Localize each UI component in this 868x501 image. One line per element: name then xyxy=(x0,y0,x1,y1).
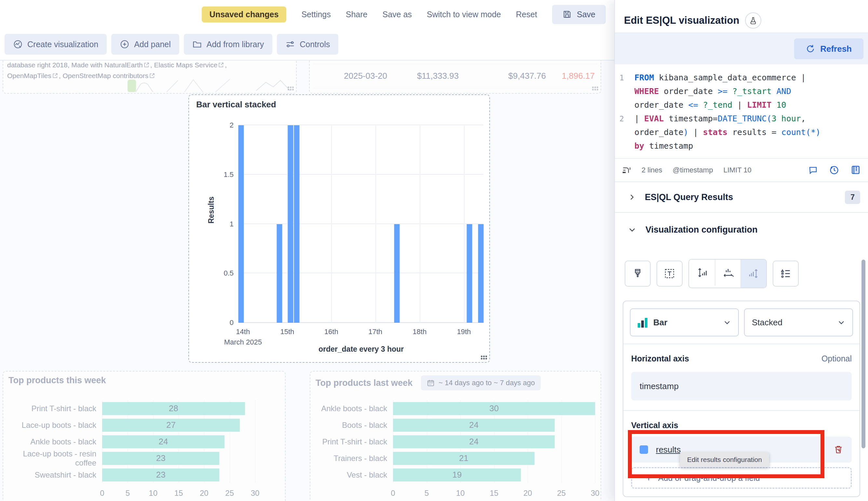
esql-query-results-accordion[interactable]: ES|QL Query Results 7 xyxy=(615,182,868,212)
results-field-link[interactable]: results xyxy=(656,445,681,455)
x-tick-label: 15th xyxy=(280,327,294,337)
bar xyxy=(467,224,472,323)
refresh-button[interactable]: Refresh xyxy=(794,39,864,59)
table-panel: 2025-03-20$11,333.93$9,437.761,896.17 xyxy=(309,61,601,94)
gridline xyxy=(331,125,332,323)
add-panel-button[interactable]: Add panel xyxy=(111,34,179,55)
panel-resize-handle[interactable] xyxy=(287,86,294,91)
x-tick-label: 30 xyxy=(251,489,260,498)
code-line: 1FROM kibana_sample_data_ecommerce | xyxy=(620,71,860,85)
bar: 21 xyxy=(393,452,535,465)
external-link-icon xyxy=(52,71,58,81)
time-range-badge[interactable]: ~ 14 days ago to ~ 7 days ago xyxy=(421,375,541,391)
panel-resize-handle[interactable] xyxy=(481,355,487,360)
x-tick-label: 5 xyxy=(425,489,429,498)
plus-icon xyxy=(644,474,653,482)
horizontal-axis-field[interactable]: timestamp xyxy=(631,372,852,401)
code-line: WHERE order_date >= ?_tstart AND xyxy=(620,85,860,98)
bar-chart-icon xyxy=(637,317,647,328)
code-line: order_date <= ?_tend | LIMIT 10 xyxy=(620,98,860,112)
y-tick-label: 1 xyxy=(230,220,234,228)
chevron-down-icon xyxy=(837,319,845,326)
bar-row: Ankle boots - black30 xyxy=(310,400,595,417)
appearance-brush-button[interactable] xyxy=(625,260,651,287)
table-divider xyxy=(313,88,597,88)
bar-row: Trainers - black21 xyxy=(310,450,595,467)
table-row: 2025-03-20$11,333.93$9,437.761,896.17 xyxy=(335,71,595,81)
edit-toolbar: Create visualization Add panel Add from … xyxy=(0,29,614,61)
category-label: Boots - black xyxy=(310,420,393,430)
save-button[interactable]: Save xyxy=(552,5,606,24)
bar-chart-plot: 00.511.5214thMarch 202515th16th17th18th1… xyxy=(239,125,483,323)
results-count-badge: 7 xyxy=(845,191,860,204)
bar xyxy=(288,125,293,323)
limit-label: LIMIT 10 xyxy=(723,166,751,174)
add-field-button[interactable]: Add or drag-and-drop a field xyxy=(631,467,852,489)
edit-esql-flyout: Edit ES|QL visualization Refresh 1FROM k… xyxy=(614,0,868,501)
top-menu-item[interactable]: Share xyxy=(346,10,368,19)
right-axis-button-selected[interactable] xyxy=(740,259,766,288)
query-history-icon[interactable] xyxy=(829,165,839,175)
x-tick-label: 14thMarch 2025 xyxy=(224,327,262,348)
value-label: 23 xyxy=(156,453,165,463)
create-visualization-button[interactable]: Create visualization xyxy=(4,34,107,55)
viz-config-card: Bar Stacked Horizontal axis Optional xyxy=(623,301,860,497)
y-tick-label: 0.5 xyxy=(224,269,234,277)
table-cell: $9,437.76 xyxy=(459,71,546,81)
bar-rows: Ankle boots - black30Boots - black24Prin… xyxy=(310,400,595,483)
legend-button[interactable] xyxy=(773,260,799,287)
chart-type-select[interactable]: Bar xyxy=(630,308,739,337)
docs-reference-icon[interactable] xyxy=(850,165,861,175)
top-menu-item[interactable]: Settings xyxy=(301,10,331,19)
controls-button[interactable]: Controls xyxy=(277,34,338,55)
esql-icon xyxy=(622,166,631,175)
panel-resize-handle[interactable] xyxy=(592,86,598,91)
top-menu: SettingsShareSave asSwitch to view modeR… xyxy=(301,10,537,19)
horizontal-axis-section: Horizontal axis Optional timestamp xyxy=(623,344,859,410)
visualization-configuration-accordion[interactable]: Visualization configuration xyxy=(615,213,868,247)
left-axis-button[interactable] xyxy=(689,259,715,286)
horizontal-axis-label: Horizontal axis xyxy=(631,354,689,363)
category-label: Ankle boots - black xyxy=(310,404,393,413)
category-label: Ankle boots - black xyxy=(3,437,102,446)
esql-query-editor[interactable]: 1FROM kibana_sample_data_ecommerce | WHE… xyxy=(615,64,868,158)
category-label: Print T-shirt - black xyxy=(310,437,393,446)
top-menu-item[interactable]: Switch to view mode xyxy=(427,10,501,19)
bar-vertical-stacked-panel: Bar vertical stacked Results 00.511.5214… xyxy=(189,94,490,363)
top-menu-item[interactable]: Reset xyxy=(516,10,537,19)
x-tick-label: 10 xyxy=(456,489,465,498)
trash-icon[interactable] xyxy=(834,445,843,455)
app-root: Unsaved changes SettingsShareSave asSwit… xyxy=(0,0,868,501)
attribution-link[interactable]: Made with NaturalEarth xyxy=(71,61,142,68)
x-tick-label: 19th xyxy=(457,327,471,337)
bottom-axis-button[interactable] xyxy=(715,259,740,286)
chart-type-row: Bar Stacked xyxy=(623,301,859,343)
x-tick-label: 25 xyxy=(557,489,566,498)
y-tick-label: 0 xyxy=(230,319,234,327)
attribution-link[interactable]: OpenMapTiles xyxy=(7,72,51,79)
flyout-scrollbar-thumb[interactable] xyxy=(861,259,865,448)
titles-text-button[interactable] xyxy=(656,260,683,287)
bar-row: Sweatshirt - black23 xyxy=(3,467,255,483)
map-preview xyxy=(118,78,296,92)
feedback-comment-icon[interactable] xyxy=(808,165,818,175)
value-label: 23 xyxy=(156,470,165,480)
x-axis-ticks: 051015202530 xyxy=(393,489,595,501)
viz-style-buttons xyxy=(615,247,868,301)
category-label: Sweatshirt - black xyxy=(3,470,102,480)
add-from-library-button[interactable]: Add from library xyxy=(184,34,272,55)
x-tick-label: 30 xyxy=(591,489,600,498)
x-axis-ticks: 051015202530 xyxy=(102,489,255,501)
gridline xyxy=(239,224,483,224)
x-tick-label: 18th xyxy=(412,327,427,337)
bar: 28 xyxy=(102,402,245,415)
x-tick-label: 20 xyxy=(200,489,208,498)
value-label: 30 xyxy=(489,403,499,414)
add-panel-icon xyxy=(120,39,129,49)
bar xyxy=(294,125,300,323)
stack-mode-select[interactable]: Stacked xyxy=(744,308,853,337)
map-panel: database right 2018, Made with NaturalEa… xyxy=(3,61,297,94)
y-axis-title: Results xyxy=(207,191,216,230)
attribution-link[interactable]: Elastic Maps Service xyxy=(154,61,217,68)
top-menu-item[interactable]: Save as xyxy=(382,10,411,19)
